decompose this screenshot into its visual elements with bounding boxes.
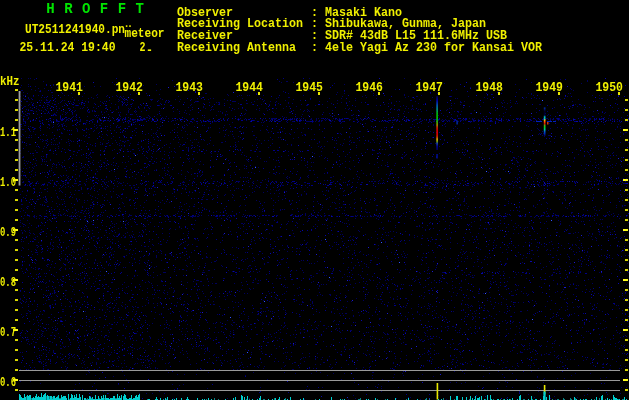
svg-text:UT2511241940.pn: UT2511241940.pn xyxy=(25,22,125,37)
svg-text:1943: 1943 xyxy=(176,80,204,95)
svg-text:2: 2 xyxy=(140,40,146,55)
svg-text:O: O xyxy=(82,1,90,17)
svg-text:1945: 1945 xyxy=(296,80,324,95)
svg-text:1.1: 1.1 xyxy=(0,125,16,140)
svg-text:1.0: 1.0 xyxy=(0,175,16,190)
svg-text:1941: 1941 xyxy=(56,80,84,95)
svg-text:R: R xyxy=(64,1,73,17)
svg-text:1946: 1946 xyxy=(356,80,384,95)
svg-text:T: T xyxy=(136,1,144,17)
svg-text:1944: 1944 xyxy=(236,80,264,95)
svg-text:kHz: kHz xyxy=(0,75,20,89)
svg-text:0.9: 0.9 xyxy=(0,225,16,240)
svg-text:25.11.24 19:40: 25.11.24 19:40 xyxy=(20,40,116,55)
svg-text:: 4ele Yagi Az 230 for Kansai: : 4ele Yagi Az 230 for Kansai VOR xyxy=(311,40,542,55)
svg-text:1950: 1950 xyxy=(596,80,624,95)
svg-text:1942: 1942 xyxy=(116,80,144,95)
svg-text:meteor: meteor xyxy=(125,26,165,41)
svg-text:H: H xyxy=(46,1,54,17)
svg-text:0.6: 0.6 xyxy=(0,375,16,390)
svg-text:F: F xyxy=(118,1,126,17)
svg-text:1949: 1949 xyxy=(536,80,564,95)
svg-text:0.8: 0.8 xyxy=(0,275,16,290)
svg-text:1948: 1948 xyxy=(476,80,504,95)
svg-text:0.7: 0.7 xyxy=(0,325,16,340)
svg-text:1947: 1947 xyxy=(416,80,444,95)
svg-text:F: F xyxy=(100,1,108,17)
svg-text:Receiving Antenna: Receiving Antenna xyxy=(177,40,296,55)
